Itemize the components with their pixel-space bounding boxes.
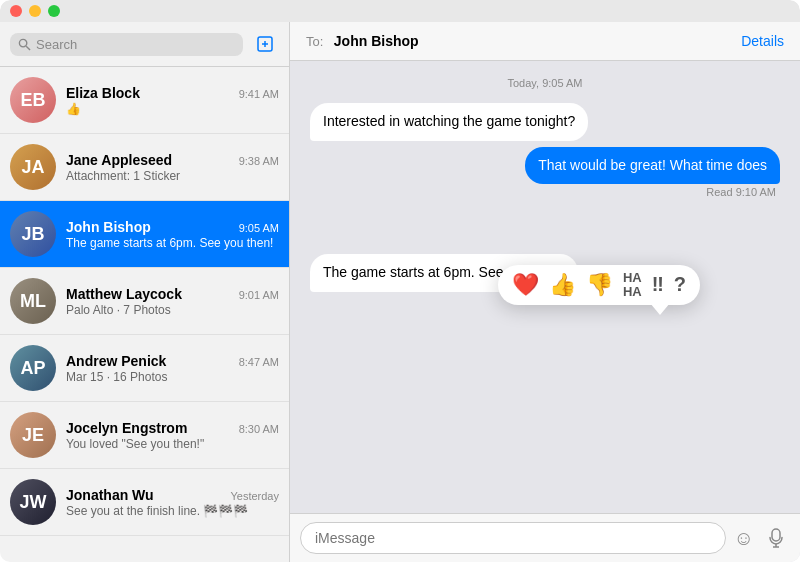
svg-point-0 bbox=[19, 39, 26, 46]
message-with-tapback: That would be great! What time does Read… bbox=[310, 147, 780, 199]
fullscreen-button[interactable] bbox=[48, 5, 60, 17]
read-receipt: Read 9:10 AM bbox=[310, 186, 776, 198]
conversation-item-jocelyn[interactable]: JE Jocelyn Engstrom 8:30 AM You loved "S… bbox=[0, 402, 289, 469]
search-icon bbox=[18, 38, 31, 51]
conv-preview-matthew: Palo Alto · 7 Photos bbox=[66, 303, 279, 317]
conv-time-eliza: 9:41 AM bbox=[239, 88, 279, 100]
chat-input-bar: ☺ bbox=[290, 513, 800, 562]
conv-name-andrew: Andrew Penick bbox=[66, 353, 166, 369]
conv-name-jocelyn: Jocelyn Engstrom bbox=[66, 420, 187, 436]
conv-time-jonathan: Yesterday bbox=[230, 490, 279, 502]
conv-preview-jocelyn: You loved "See you then!" bbox=[66, 437, 279, 451]
search-placeholder: Search bbox=[36, 37, 235, 52]
message-bubble-1: Interested in watching the game tonight? bbox=[310, 103, 588, 141]
conv-info-jocelyn: Jocelyn Engstrom 8:30 AM You loved "See … bbox=[66, 420, 279, 451]
message-row-2: That would be great! What time does bbox=[310, 147, 780, 185]
conv-preview-andrew: Mar 15 · 16 Photos bbox=[66, 370, 279, 384]
conv-name-john: John Bishop bbox=[66, 219, 151, 235]
compose-button[interactable] bbox=[251, 30, 279, 58]
svg-rect-5 bbox=[772, 529, 780, 541]
conv-time-john: 9:05 AM bbox=[239, 222, 279, 234]
svg-line-1 bbox=[26, 46, 30, 50]
conv-info-matthew: Matthew Laycock 9:01 AM Palo Alto · 7 Ph… bbox=[66, 286, 279, 317]
conversation-item-matthew[interactable]: ML Matthew Laycock 9:01 AM Palo Alto · 7… bbox=[0, 268, 289, 335]
conv-name-jonathan: Jonathan Wu bbox=[66, 487, 154, 503]
chat-recipient: John Bishop bbox=[334, 33, 419, 49]
conversation-item-jane[interactable]: JA Jane Appleseed 9:38 AM Attachment: 1 … bbox=[0, 134, 289, 201]
chat-header: To: John Bishop Details bbox=[290, 22, 800, 61]
conv-info-john: John Bishop 9:05 AM The game starts at 6… bbox=[66, 219, 279, 250]
minimize-button[interactable] bbox=[29, 5, 41, 17]
emoji-button[interactable]: ☺ bbox=[734, 527, 754, 550]
tapback-popup: ❤️ 👍 👎 HAHA ‼ ? bbox=[498, 265, 700, 306]
avatar-john: JB bbox=[10, 211, 56, 257]
sidebar: Search EB Eliza Block 9:41 AM bbox=[0, 22, 290, 562]
chat-header-left: To: John Bishop bbox=[306, 32, 419, 50]
conv-name-jane: Jane Appleseed bbox=[66, 152, 172, 168]
avatar-andrew: AP bbox=[10, 345, 56, 391]
conv-time-andrew: 8:47 AM bbox=[239, 356, 279, 368]
app-body: Search EB Eliza Block 9:41 AM bbox=[0, 22, 800, 562]
tapback-heart[interactable]: ❤️ bbox=[512, 272, 539, 298]
conversation-item-john[interactable]: JB John Bishop 9:05 AM The game starts a… bbox=[0, 201, 289, 268]
chat-messages: Today, 9:05 AM Interested in watching th… bbox=[290, 61, 800, 513]
search-box[interactable]: Search bbox=[10, 33, 243, 56]
title-bar bbox=[0, 0, 800, 22]
conv-preview-eliza: 👍 bbox=[66, 102, 279, 116]
conv-preview-jane: Attachment: 1 Sticker bbox=[66, 169, 279, 183]
details-button[interactable]: Details bbox=[741, 33, 784, 49]
tapback-thumbsup[interactable]: 👍 bbox=[549, 272, 576, 298]
chat-timestamp: Today, 9:05 AM bbox=[310, 77, 780, 89]
conv-preview-john: The game starts at 6pm. See you then! bbox=[66, 236, 279, 250]
avatar-eliza: EB bbox=[10, 77, 56, 123]
conv-name-matthew: Matthew Laycock bbox=[66, 286, 182, 302]
message-input[interactable] bbox=[300, 522, 726, 554]
chat-area: To: John Bishop Details Today, 9:05 AM I… bbox=[290, 22, 800, 562]
conversation-item-eliza[interactable]: EB Eliza Block 9:41 AM 👍 bbox=[0, 67, 289, 134]
message-row-1: Interested in watching the game tonight? bbox=[310, 103, 780, 141]
conv-preview-jonathan: See you at the finish line. 🏁🏁🏁 bbox=[66, 504, 279, 518]
tapback-thumbsdown[interactable]: 👎 bbox=[586, 272, 613, 298]
conv-info-eliza: Eliza Block 9:41 AM 👍 bbox=[66, 85, 279, 116]
sidebar-header: Search bbox=[0, 22, 289, 67]
conversation-item-jonathan[interactable]: JW Jonathan Wu Yesterday See you at the … bbox=[0, 469, 289, 536]
tapback-question[interactable]: ? bbox=[674, 273, 686, 296]
avatar-jonathan: JW bbox=[10, 479, 56, 525]
conversation-list: EB Eliza Block 9:41 AM 👍 JA Jane A bbox=[0, 67, 289, 562]
conv-info-jonathan: Jonathan Wu Yesterday See you at the fin… bbox=[66, 487, 279, 518]
avatar-jocelyn: JE bbox=[10, 412, 56, 458]
conv-time-jocelyn: 8:30 AM bbox=[239, 423, 279, 435]
conv-time-matthew: 9:01 AM bbox=[239, 289, 279, 301]
close-button[interactable] bbox=[10, 5, 22, 17]
conversation-item-andrew[interactable]: AP Andrew Penick 8:47 AM Mar 15 · 16 Pho… bbox=[0, 335, 289, 402]
conv-time-jane: 9:38 AM bbox=[239, 155, 279, 167]
tapback-haha[interactable]: HAHA bbox=[623, 271, 642, 300]
microphone-button[interactable] bbox=[762, 524, 790, 552]
to-label: To: bbox=[306, 34, 323, 49]
conv-name-eliza: Eliza Block bbox=[66, 85, 140, 101]
tapback-exclaim[interactable]: ‼ bbox=[652, 273, 664, 296]
avatar-matthew: ML bbox=[10, 278, 56, 324]
conv-info-andrew: Andrew Penick 8:47 AM Mar 15 · 16 Photos bbox=[66, 353, 279, 384]
avatar-jane: JA bbox=[10, 144, 56, 190]
conv-info-jane: Jane Appleseed 9:38 AM Attachment: 1 Sti… bbox=[66, 152, 279, 183]
message-bubble-2: That would be great! What time does bbox=[525, 147, 780, 185]
